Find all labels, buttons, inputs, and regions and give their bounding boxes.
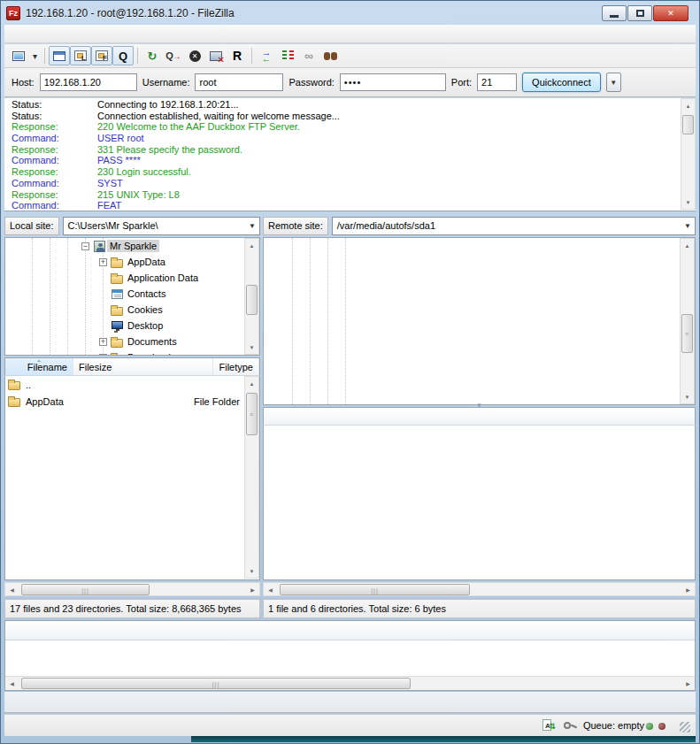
scrollbar-thumb[interactable]: ||| <box>21 584 150 595</box>
local-horizontal-scrollbar[interactable]: ◀ ▶ ||| <box>4 582 260 596</box>
tree-item-label: Mr Sparkle <box>107 240 159 252</box>
..-icon[interactable]: .. <box>5 376 259 393</box>
local-site-combobox[interactable]: C:\Users\Mr Sparkle\ ▼ <box>63 217 260 235</box>
scroll-up-icon[interactable]: ▲ <box>245 377 258 390</box>
find-files-icon[interactable] <box>319 46 341 65</box>
chevron-down-icon[interactable]: ▼ <box>681 218 695 234</box>
tree-item[interactable]: Desktop <box>5 318 259 334</box>
minimize-button[interactable] <box>602 5 627 21</box>
column-header-label: Filename <box>27 362 67 372</box>
quickconnect-dropdown-button[interactable]: ▼ <box>606 73 621 92</box>
contacts-icon <box>111 288 125 301</box>
log-entry-type: Status: <box>4 111 97 122</box>
tree-item-label: Downloads <box>125 351 178 356</box>
toolbar-separator[interactable] <box>134 46 142 65</box>
menu-item[interactable] <box>10 31 24 36</box>
local-treeview-icon[interactable] <box>70 46 91 65</box>
menu-item[interactable] <box>52 31 66 36</box>
tree-item-label: AppData <box>125 256 168 268</box>
menu-item[interactable] <box>109 31 123 36</box>
dir-compare-icon[interactable] <box>277 46 298 65</box>
local-tree-vertical-scrollbar[interactable]: ▲ ▼ <box>244 238 259 355</box>
column-header[interactable]: Filename <box>5 358 73 375</box>
expander-icon[interactable]: − <box>81 242 89 250</box>
reconnect-icon[interactable] <box>227 46 248 65</box>
remote-tree-vertical-scrollbar[interactable]: ▲ ▼ ≡ <box>680 238 695 404</box>
sync-browsing-icon[interactable] <box>298 46 319 65</box>
remote-treeview-icon[interactable] <box>91 46 112 65</box>
local-list-vertical-scrollbar[interactable]: ▲ ▼ ≡ <box>244 376 259 579</box>
expander-icon[interactable]: + <box>99 258 107 266</box>
log-entry-text: Connection established, waiting for welc… <box>97 111 340 122</box>
scrollbar-thumb[interactable] <box>246 285 258 315</box>
log-entry-type: Status: <box>4 99 97 111</box>
scroll-up-icon[interactable]: ▲ <box>245 239 258 252</box>
queue-horizontal-scrollbar[interactable]: ◀ ▶ ||| <box>5 676 695 690</box>
scroll-down-icon[interactable]: ▼ <box>245 564 258 578</box>
log-entry-text: 220 Welcome to the AAF Duckbox FTP Serve… <box>97 121 300 133</box>
scroll-down-icon[interactable]: ▼ <box>681 196 695 209</box>
tree-item[interactable]: + Downloads <box>5 349 259 356</box>
AppData-icon[interactable]: AppData File Folder <box>5 393 259 410</box>
remote-horizontal-scrollbar[interactable]: ◀ ▶ ||| <box>263 582 696 596</box>
log-entry-text: SYST <box>97 178 123 189</box>
maximize-button[interactable] <box>627 5 652 21</box>
log-entry: Response: 220 Welcome to the AAF Duckbox… <box>4 121 680 133</box>
quickconnect-button[interactable]: Quickconnect <box>522 73 601 92</box>
scroll-right-icon[interactable]: ▶ <box>681 677 695 690</box>
window-title: 192.168.1.20 - root@192.168.1.20 - FileZ… <box>26 7 596 19</box>
scrollbar-thumb[interactable]: ≡ <box>681 314 693 353</box>
menu-item[interactable] <box>24 31 38 36</box>
tree-item[interactable]: Application Data <box>5 270 259 286</box>
disconnect-icon[interactable] <box>205 46 227 65</box>
scrollbar-thumb[interactable]: ||| <box>280 584 470 595</box>
scroll-left-icon[interactable]: ◀ <box>264 583 277 596</box>
tree-item[interactable]: + AppData <box>5 254 259 270</box>
message-log-icon[interactable] <box>49 46 70 65</box>
password-input[interactable] <box>340 73 446 91</box>
cancel-icon[interactable] <box>184 46 205 65</box>
site-manager-dropdown-icon[interactable] <box>29 46 41 65</box>
toolbar-separator[interactable] <box>41 46 49 65</box>
log-vertical-scrollbar[interactable]: ▲ ▼ <box>681 98 696 210</box>
tree-item[interactable]: + Documents <box>5 334 259 349</box>
scroll-left-icon[interactable]: ◀ <box>5 677 19 690</box>
queue-body[interactable] <box>5 640 695 675</box>
scrollbar-thumb[interactable]: ≡ <box>246 393 258 435</box>
scroll-right-icon[interactable]: ▶ <box>681 583 695 596</box>
column-header[interactable]: Filesize <box>73 358 213 375</box>
menu-item[interactable] <box>38 31 52 36</box>
remote-file-list <box>263 426 696 580</box>
chevron-down-icon[interactable]: ▼ <box>245 218 259 234</box>
menu-item[interactable] <box>66 31 81 36</box>
scrollbar-thumb[interactable] <box>682 115 694 134</box>
column-header[interactable]: Filetype <box>213 358 259 375</box>
host-input[interactable] <box>40 73 137 91</box>
titlebar[interactable]: Fz 192.168.1.20 - root@192.168.1.20 - Fi… <box>3 3 697 24</box>
scrollbar-thumb[interactable]: ||| <box>21 678 411 689</box>
compare-icon[interactable] <box>256 46 277 65</box>
expander-icon[interactable]: + <box>99 338 107 346</box>
process-queue-icon[interactable] <box>163 46 184 65</box>
port-input[interactable] <box>477 73 517 91</box>
scroll-left-icon[interactable]: ◀ <box>5 583 19 596</box>
expander-icon[interactable]: + <box>99 354 107 357</box>
resize-grip[interactable] <box>680 722 690 732</box>
queue-view-icon[interactable] <box>112 46 134 65</box>
site-manager-icon[interactable] <box>8 46 29 65</box>
username-input[interactable] <box>195 73 283 91</box>
scroll-down-icon[interactable]: ▼ <box>681 390 694 403</box>
menu-item[interactable] <box>81 31 95 36</box>
tree-item[interactable]: − Mr Sparkle <box>5 238 259 254</box>
toolbar-separator[interactable] <box>248 46 256 65</box>
menu-item[interactable] <box>95 31 109 36</box>
scroll-down-icon[interactable]: ▼ <box>245 341 258 354</box>
refresh-icon[interactable] <box>142 46 163 65</box>
scroll-up-icon[interactable]: ▲ <box>681 239 694 252</box>
scroll-right-icon[interactable]: ▶ <box>246 583 259 596</box>
remote-site-combobox[interactable]: /var/media/autofs/sda1 ▼ <box>332 217 696 235</box>
tree-item[interactable]: Cookies <box>5 302 259 318</box>
scroll-up-icon[interactable]: ▲ <box>681 99 695 112</box>
close-button[interactable]: ✕ <box>653 5 688 21</box>
tree-item[interactable]: Contacts <box>5 286 259 302</box>
